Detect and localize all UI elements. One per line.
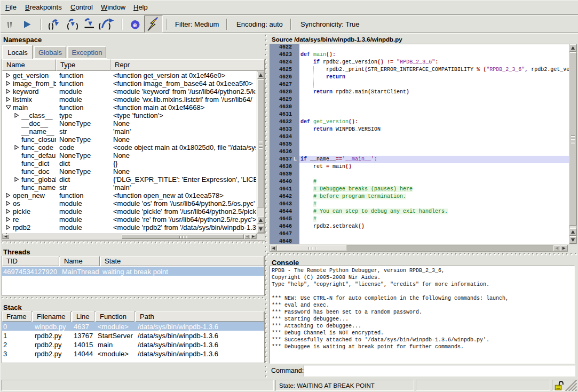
svg-text:e: e	[133, 21, 137, 29]
